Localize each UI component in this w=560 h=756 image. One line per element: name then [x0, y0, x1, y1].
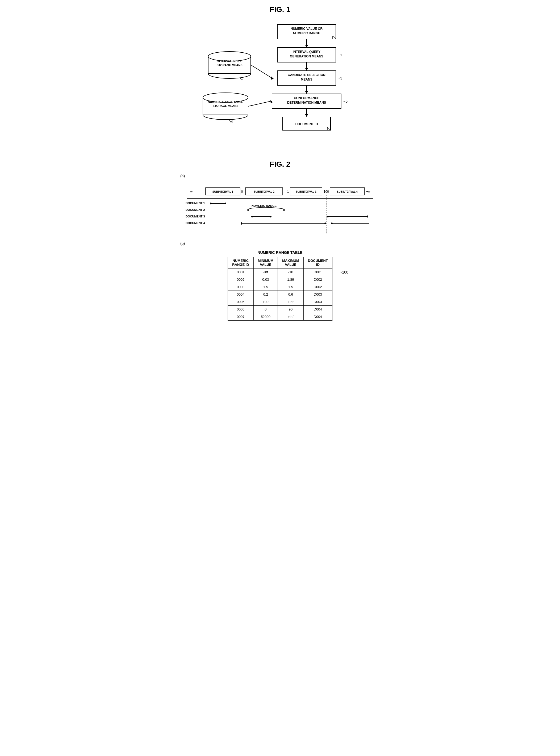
- svg-text:~3: ~3: [338, 76, 342, 80]
- table-cell: 0003: [228, 283, 254, 291]
- svg-text:~1: ~1: [338, 53, 342, 57]
- table-cell: 0004: [228, 291, 254, 298]
- svg-text:~5: ~5: [343, 99, 347, 103]
- svg-text:INTERVAL QUERY: INTERVAL QUERY: [293, 50, 320, 54]
- svg-text:SUBINTERVAL 4: SUBINTERVAL 4: [337, 190, 358, 193]
- table-cell: 0: [254, 306, 278, 313]
- table-cell: -inf: [254, 268, 278, 276]
- svg-text:0: 0: [241, 190, 243, 193]
- svg-text:SUBINTERVAL 3: SUBINTERVAL 3: [296, 190, 317, 193]
- table-cell: D003: [303, 291, 332, 298]
- table-cell: 1.5: [254, 283, 278, 291]
- table-ref-label: ~100: [340, 270, 348, 274]
- table-row: 0005100+infD003: [228, 298, 333, 306]
- svg-text:DOCUMENT ID: DOCUMENT ID: [295, 122, 318, 126]
- timeline-diagram: SUBINTERVAL 1 SUBINTERVAL 2 SUBINTERVAL …: [184, 180, 376, 241]
- svg-marker-14: [305, 68, 308, 71]
- table-cell: 0.2: [254, 291, 278, 298]
- flowchart-diagram: NUMERIC VALUE OR NUMERIC RANGE INTERVAL …: [189, 19, 371, 157]
- table-cell: 1.89: [278, 276, 304, 283]
- svg-text:CANDIDATE SELECTION: CANDIDATE SELECTION: [288, 73, 325, 77]
- table-cell: 0002: [228, 276, 254, 283]
- fig2-title: FIG. 2: [179, 160, 381, 168]
- table-cell: 90: [278, 306, 304, 313]
- svg-line-39: [251, 65, 272, 78]
- table-cell: 0007: [228, 313, 254, 321]
- svg-text:GENERATION MEANS: GENERATION MEANS: [290, 55, 323, 58]
- svg-text:DETERMINATION MEANS: DETERMINATION MEANS: [287, 101, 326, 104]
- section-b-label: (b): [180, 241, 381, 246]
- table-cell: 0006: [228, 306, 254, 313]
- table-cell: 0005: [228, 298, 254, 306]
- svg-line-47: [248, 101, 272, 106]
- svg-marker-26: [305, 114, 308, 117]
- table-row: 0006090D004: [228, 306, 333, 313]
- table-row: 00031.51.5D002: [228, 283, 333, 291]
- table-cell: 0.03: [254, 276, 278, 283]
- table-cell: D003: [303, 298, 332, 306]
- svg-text:2: 2: [241, 77, 244, 81]
- svg-point-75: [247, 209, 249, 211]
- col-header-min: MINIMUMVALUE: [254, 257, 278, 268]
- svg-text:DOCUMENT 1: DOCUMENT 1: [186, 202, 205, 205]
- svg-text:DOCUMENT 2: DOCUMENT 2: [186, 208, 205, 211]
- svg-text:MEANS: MEANS: [301, 78, 312, 81]
- svg-point-82: [327, 216, 329, 218]
- svg-text:NUMERIC RANGE TABLE: NUMERIC RANGE TABLE: [208, 100, 243, 103]
- table-row: 00040.20.6D003: [228, 291, 333, 298]
- table-cell: D002: [303, 276, 332, 283]
- svg-text:INTERVAL INDEX: INTERVAL INDEX: [218, 60, 242, 63]
- svg-text:SUBINTERVAL 2: SUBINTERVAL 2: [254, 190, 275, 193]
- svg-text:4: 4: [231, 119, 233, 124]
- svg-marker-8: [305, 45, 308, 47]
- svg-text:STORAGE MEANS: STORAGE MEANS: [217, 63, 242, 67]
- table-row: 0001-inf-10D001: [228, 268, 333, 276]
- table-cell: 1.5: [278, 283, 304, 291]
- svg-text:+∞: +∞: [366, 190, 371, 193]
- numeric-range-table-section: NUMERIC RANGE TABLE NUMERICRANGE ID MINI…: [227, 250, 333, 322]
- svg-point-79: [251, 216, 253, 218]
- table-cell: -10: [278, 268, 304, 276]
- table-cell: D001: [303, 268, 332, 276]
- table-row: 00020.031.89D002: [228, 276, 333, 283]
- svg-text:NUMERIC RANGE: NUMERIC RANGE: [252, 204, 277, 207]
- table-cell: 52000: [254, 313, 278, 321]
- svg-text:-∞: -∞: [189, 190, 193, 193]
- table-cell: 0.6: [278, 291, 304, 298]
- svg-text:SUBINTERVAL 1: SUBINTERVAL 1: [213, 190, 234, 193]
- table-cell: 100: [254, 298, 278, 306]
- section-a-label: (a): [180, 174, 381, 178]
- svg-point-76: [283, 209, 285, 211]
- table-cell: D004: [303, 313, 332, 321]
- svg-marker-20: [305, 91, 308, 94]
- col-header-max: MAXIMUMVALUE: [278, 257, 304, 268]
- table-cell: D004: [303, 306, 332, 313]
- svg-text:STORAGE MEANS: STORAGE MEANS: [213, 104, 239, 107]
- table-cell: 0001: [228, 268, 254, 276]
- svg-point-86: [324, 223, 326, 224]
- table-cell: +inf: [278, 298, 304, 306]
- col-header-range-id: NUMERICRANGE ID: [228, 257, 254, 268]
- svg-point-80: [270, 216, 272, 218]
- col-header-doc-id: DOCUMENTID: [303, 257, 332, 268]
- range-table: NUMERICRANGE ID MINIMUMVALUE MAXIMUMVALU…: [227, 257, 333, 321]
- svg-text:CONFORMANCE: CONFORMANCE: [294, 96, 319, 100]
- table-title: NUMERIC RANGE TABLE: [227, 250, 333, 255]
- svg-text:1: 1: [287, 190, 289, 193]
- table-cell: +inf: [278, 313, 304, 321]
- svg-text:NUMERIC VALUE OR: NUMERIC VALUE OR: [291, 27, 323, 30]
- svg-point-72: [225, 203, 226, 204]
- table-cell: D002: [303, 283, 332, 291]
- table-row: 000752000+infD004: [228, 313, 333, 321]
- svg-text:DOCUMENT 4: DOCUMENT 4: [186, 221, 205, 225]
- svg-marker-40: [271, 76, 274, 80]
- svg-text:100: 100: [324, 190, 329, 193]
- svg-text:DOCUMENT 3: DOCUMENT 3: [186, 215, 205, 218]
- svg-point-88: [331, 223, 333, 224]
- fig1-title: FIG. 1: [179, 5, 381, 14]
- svg-text:NUMERIC RANGE: NUMERIC RANGE: [293, 32, 320, 35]
